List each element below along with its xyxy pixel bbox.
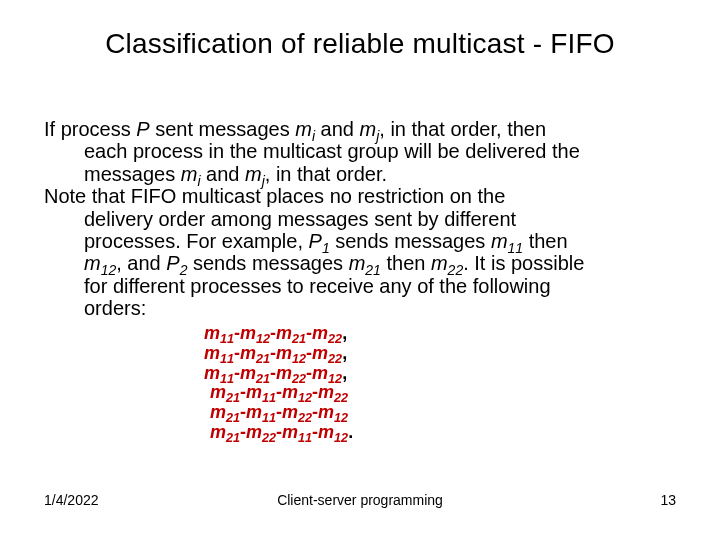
ordering-row-6: m21-m22-m11-m12. [210,423,353,443]
o1-s2: 12 [256,332,270,346]
p1-m3: m [181,163,198,185]
o2-s3: 12 [292,352,306,366]
o1-s3: 21 [292,332,306,346]
o2-s1: 11 [220,352,234,366]
ordering-row-4: m21-m11-m12-m22 [210,383,353,403]
o6-s1: 21 [226,431,240,445]
o3-m3: m [276,363,292,383]
p2-m11: m [491,230,508,252]
para-1-line-1: If process P sent messages mi and mj, in… [44,118,684,140]
p1-l3b: and [201,163,245,185]
o3-m4: m [312,363,328,383]
p2-sub-21: 21 [365,262,381,278]
p2-l4d: then [381,252,431,274]
p2-l3b: sends messages [330,230,491,252]
ordering-row-5: m21-m11-m22-m12 [210,403,353,423]
p1-l3a: messages [84,163,181,185]
o2-m2: m [240,343,256,363]
o3-s4: 12 [328,372,342,386]
o5-s1: 21 [226,411,240,425]
o4-s2: 11 [262,391,276,405]
p2-sub-12: 12 [101,262,117,278]
p1-sub-j-2: j [262,173,265,189]
o5-m1: m [210,402,226,422]
o1-m1: m [204,323,220,343]
o2-s4: 22 [328,352,342,366]
o6-s4: 12 [334,431,348,445]
o4-s3: 12 [298,391,312,405]
o3-s2: 21 [256,372,270,386]
o3-s1: 11 [220,372,234,386]
o5-m3: m [282,402,298,422]
p2-l4e: . It is possible [463,252,584,274]
o6-m2: m [246,422,262,442]
o4-s1: 21 [226,391,240,405]
o2-s2: 21 [256,352,270,366]
slide-body: If process P sent messages mi and mj, in… [44,118,684,320]
p1-m2: m [360,118,377,140]
para-2-line-6: orders: [84,297,684,319]
p2-m21: m [349,252,366,274]
p2-m12: m [84,252,101,274]
ordering-row-3: m11-m21-m22-m12, [204,364,353,384]
o6-m1: m [210,422,226,442]
o3-s3: 22 [292,372,306,386]
o5-s4: 12 [334,411,348,425]
o4-s4: 22 [334,391,348,405]
o2-m4: m [312,343,328,363]
o1-m4: m [312,323,328,343]
p2-sub-11: 11 [508,240,524,256]
o1-end: , [342,323,347,343]
o6-s2: 22 [262,431,276,445]
o2-end: , [342,343,347,363]
para-2-line-5: for different processes to receive any o… [84,275,684,297]
p1-a: If process [44,118,136,140]
o2-m1: m [204,343,220,363]
p2-sub-2: 2 [180,262,188,278]
p1-sub-i-1: i [312,128,315,144]
footer-page-number: 13 [660,492,676,508]
p1-c: , in that order, then [379,118,546,140]
o5-m2: m [246,402,262,422]
para-2-line-1: Note that FIFO multicast places no restr… [44,185,684,207]
o1-s4: 22 [328,332,342,346]
p2-l3a: processes. For example, [84,230,309,252]
o6-m4: m [318,422,334,442]
o3-end: , [342,363,347,383]
p1-P: P [136,118,149,140]
p1-b: sent messages [150,118,296,140]
o6-s3: 11 [298,431,312,445]
o5-m4: m [318,402,334,422]
footer-center: Client-server programming [0,492,720,508]
o6-end: . [348,422,353,442]
p1-sub-j-1: j [376,128,379,144]
ordering-row-1: m11-m12-m21-m22, [204,324,353,344]
para-1-line-2: each process in the multicast group will… [84,140,684,162]
p2-P2: P [166,252,179,274]
o5-s3: 22 [298,411,312,425]
para-1-line-3: messages mi and mj, in that order. [84,163,684,185]
p1-and: and [315,118,359,140]
o3-m1: m [204,363,220,383]
p2-sub-1: 1 [322,240,330,256]
p1-sub-i-2: i [197,173,200,189]
p1-m1: m [295,118,312,140]
orderings-list: m11-m12-m21-m22, m11-m21-m12-m22, m11-m2… [204,324,353,443]
slide: Classification of reliable multicast - F… [0,0,720,540]
o2-m3: m [276,343,292,363]
o1-m2: m [240,323,256,343]
p2-m22: m [431,252,448,274]
o1-s1: 11 [220,332,234,346]
o6-m3: m [282,422,298,442]
p2-sub-22: 22 [448,262,464,278]
p2-l4b: , and [116,252,166,274]
para-2-line-4: m12, and P2 sends messages m21 then m22.… [84,252,684,274]
p2-l3c: then [523,230,567,252]
p1-m4: m [245,163,262,185]
p1-l3c: , in that order. [265,163,387,185]
ordering-row-2: m11-m21-m12-m22, [204,344,353,364]
o1-m3: m [276,323,292,343]
p2-P1: P [309,230,322,252]
o5-s2: 11 [262,411,276,425]
para-2-line-3: processes. For example, P1 sends message… [84,230,684,252]
